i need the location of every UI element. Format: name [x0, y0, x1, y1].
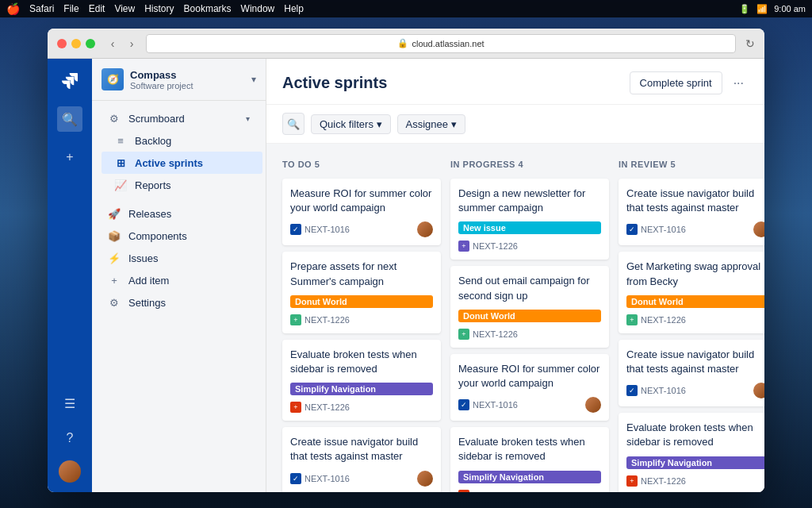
card-status-icon: +: [458, 241, 469, 252]
menu-edit[interactable]: Edit: [89, 3, 105, 14]
apple-menu[interactable]: 🍎: [6, 2, 20, 15]
user-avatar-rail[interactable]: [59, 460, 81, 483]
menu-help[interactable]: Help: [284, 3, 304, 14]
minimize-button[interactable]: [71, 39, 81, 48]
sidebar-item-backlog[interactable]: ≡ Backlog: [102, 129, 262, 152]
project-avatar: 🧭: [102, 68, 124, 90]
project-header[interactable]: 🧭 Compass Software project ▾: [92, 59, 266, 101]
kanban-card[interactable]: Measure ROI for summer color your world …: [450, 354, 609, 421]
card-tag: Donut World: [458, 310, 601, 322]
card-avatar: [585, 397, 601, 413]
fullscreen-button[interactable]: [86, 39, 95, 48]
kanban-card[interactable]: Measure ROI for summer color your world …: [282, 179, 441, 245]
kanban-card[interactable]: Design a new newsletter for summer campa…: [450, 179, 609, 260]
releases-label: Releases: [128, 208, 171, 220]
complete-sprint-button[interactable]: Complete sprint: [630, 71, 722, 94]
search-rail-icon[interactable]: 🔍: [57, 106, 82, 132]
sidebar-sub-nav: ≡ Backlog ⊞ Active sprints 📈 Reports: [92, 129, 266, 196]
back-button[interactable]: ‹: [105, 36, 121, 52]
main-content: Active sprints Complete sprint ··· 🔍 Qui…: [266, 59, 764, 492]
card-footer: +NEXT-1226: [626, 475, 764, 487]
menu-window[interactable]: Window: [241, 3, 275, 14]
project-chevron-icon[interactable]: ▾: [251, 74, 256, 85]
card-ticket: NEXT-1016: [641, 225, 686, 234]
card-footer-left: +NEXT-1226: [290, 402, 350, 413]
kanban-board: TO DO 5Measure ROI for summer color your…: [266, 144, 764, 492]
column-header-todo: TO DO 5: [282, 156, 441, 172]
traffic-lights: [57, 39, 95, 48]
menu-bookmarks[interactable]: Bookmarks: [184, 3, 232, 14]
search-box[interactable]: 🔍: [282, 113, 304, 135]
card-footer-left: +NEXT-1226: [626, 314, 686, 325]
sidebar-item-scrumboard[interactable]: ⚙ Scrumboard ▾: [95, 107, 262, 129]
card-tag: Simplify Navigation: [290, 383, 433, 395]
card-footer: +NEXT-1226: [458, 241, 601, 252]
card-footer-left: +NEXT-1226: [626, 475, 686, 487]
sidebar-item-reports[interactable]: 📈 Reports: [102, 174, 262, 196]
add-item-icon: +: [108, 274, 121, 287]
card-status-icon: +: [290, 402, 301, 413]
column-header-inprogress: IN PROGRESS 4: [450, 156, 609, 172]
address-bar[interactable]: 🔒 cloud.atlassian.net: [146, 34, 736, 53]
card-footer-left: ✓NEXT-1016: [290, 473, 350, 484]
kanban-card[interactable]: Create issue navigator build that tests …: [619, 179, 764, 245]
sidebar-item-active-sprints[interactable]: ⊞ Active sprints: [102, 152, 262, 174]
card-footer-left: +NEXT-1226: [290, 314, 350, 325]
sidebar-item-components[interactable]: 📦 Components: [95, 225, 262, 247]
assignee-filter-button[interactable]: Assignee ▾: [397, 114, 465, 134]
kanban-card[interactable]: Evaluate broken tests when sidebar is re…: [619, 413, 764, 492]
backlog-icon: ≡: [114, 134, 127, 147]
menu-file[interactable]: File: [63, 3, 79, 14]
card-footer-left: ✓NEXT-1016: [290, 224, 350, 235]
reload-button[interactable]: ↻: [745, 37, 755, 50]
create-rail-icon[interactable]: +: [57, 144, 82, 170]
card-status-icon: ✓: [626, 385, 638, 396]
kanban-card[interactable]: Evaluate broken tests when sidebar is re…: [282, 340, 441, 421]
card-footer-left: +NEXT-1226: [458, 490, 518, 493]
card-title: Design a new newsletter for summer campa…: [458, 187, 601, 215]
reports-label: Reports: [135, 179, 171, 191]
kanban-column-inreview: IN REVIEW 5Create issue navigator build …: [619, 156, 764, 479]
kanban-card[interactable]: Evaluate broken tests when sidebar is re…: [450, 427, 609, 492]
sidebar-item-issues[interactable]: ⚡ Issues: [95, 247, 262, 269]
hamburger-icon[interactable]: ☰: [57, 391, 82, 416]
kanban-card[interactable]: Get Marketing swag approval from BeckyDo…: [619, 252, 764, 333]
more-options-button[interactable]: ···: [729, 73, 749, 94]
close-button[interactable]: [57, 39, 67, 48]
sidebar-item-settings[interactable]: ⚙ Settings: [95, 291, 262, 314]
kanban-card[interactable]: Create issue navigator build that tests …: [282, 427, 441, 492]
filters-bar: 🔍 Quick filters ▾ Assignee ▾: [266, 105, 764, 144]
scrumboard-chevron-icon: ▾: [246, 114, 250, 123]
sidebar-item-releases[interactable]: 🚀 Releases: [95, 202, 262, 225]
menu-history[interactable]: History: [144, 3, 174, 14]
quick-filters-button[interactable]: Quick filters ▾: [311, 114, 391, 134]
kanban-card[interactable]: Prepare assets for next Summer's campaig…: [282, 252, 441, 333]
reports-icon: 📈: [114, 179, 127, 191]
forward-button[interactable]: ›: [124, 36, 140, 52]
card-status-icon: +: [290, 314, 301, 325]
card-status-icon: ✓: [458, 399, 469, 410]
header-actions: Complete sprint ···: [630, 71, 749, 94]
card-footer: +NEXT-1226: [290, 314, 433, 325]
active-sprints-icon: ⊞: [114, 156, 127, 169]
menu-view[interactable]: View: [114, 3, 135, 14]
backlog-label: Backlog: [135, 135, 171, 147]
card-title: Send out email campaign for second sign …: [458, 274, 601, 302]
sidebar-item-add-item[interactable]: + Add item: [95, 269, 262, 291]
card-avatar: [417, 471, 433, 487]
project-type: Software project: [130, 81, 245, 90]
kanban-card[interactable]: Send out email campaign for second sign …: [450, 266, 609, 347]
jira-logo[interactable]: [57, 68, 82, 94]
help-icon[interactable]: ?: [57, 425, 82, 451]
sidebar: 🧭 Compass Software project ▾ ⚙ Scrumboar…: [92, 59, 266, 492]
column-header-inreview: IN REVIEW 5: [619, 156, 764, 172]
project-name: Compass: [130, 69, 245, 81]
kanban-column-inprogress: IN PROGRESS 4Design a new newsletter for…: [450, 156, 609, 479]
card-ticket: NEXT-1226: [473, 329, 518, 339]
page-title: Active sprints: [282, 74, 387, 92]
menu-safari[interactable]: Safari: [29, 3, 54, 14]
card-avatar: [417, 221, 433, 237]
kanban-card[interactable]: Create issue navigator build that tests …: [619, 340, 764, 406]
left-rail: 🔍 + ☰ ?: [48, 59, 92, 492]
card-status-icon: ✓: [290, 224, 301, 235]
